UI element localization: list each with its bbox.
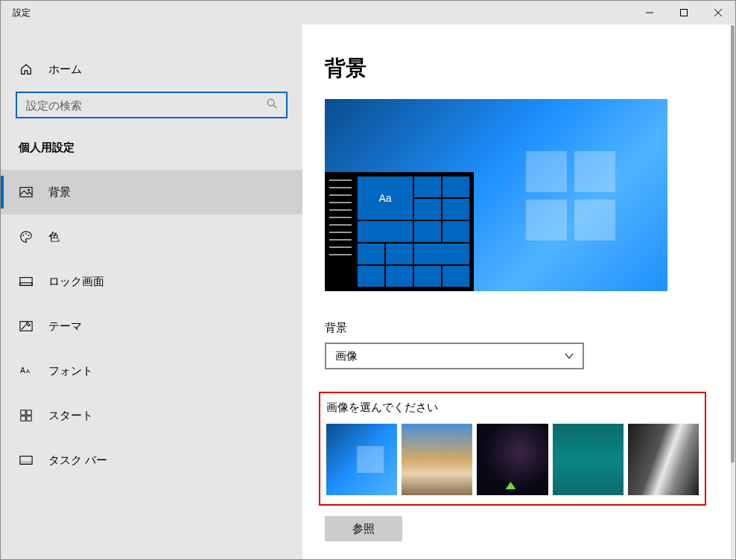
svg-rect-19 [21,416,25,421]
browse-button[interactable]: 参照 [325,516,402,541]
svg-point-10 [28,235,30,236]
close-button[interactable] [701,1,735,25]
nav-label: 背景 [48,185,71,200]
svg-rect-6 [20,188,32,197]
start-icon [19,408,34,423]
picture-thumb-3[interactable] [477,424,548,495]
svg-rect-17 [21,410,25,415]
scrollbar[interactable] [731,25,735,559]
scrollbar-thumb[interactable] [731,25,735,462]
nav-label: テーマ [48,319,82,334]
window-controls [632,1,735,25]
nav-item-colors[interactable]: 色 [1,214,302,259]
nav-label: スタート [48,409,93,423]
nav-item-fonts[interactable]: AA フォント [1,349,302,393]
svg-rect-18 [27,410,31,415]
close-icon [714,9,722,16]
nav-label: フォント [48,364,93,378]
home-icon [19,62,34,77]
background-type-dropdown[interactable]: 画像 [325,343,584,369]
picture-thumb-4[interactable] [553,424,624,495]
svg-rect-1 [681,10,688,16]
svg-point-8 [23,235,25,236]
home-label: ホーム [48,63,82,77]
font-icon: AA [19,363,34,378]
picture-thumbnails [326,424,699,495]
search-icon [267,98,286,112]
svg-point-9 [25,233,27,235]
choose-picture-label: 画像を選んでください [326,401,699,415]
search-box[interactable] [16,92,288,118]
nav-label: ロック画面 [48,275,104,289]
palette-icon [19,229,34,244]
nav-item-lockscreen[interactable]: ロック画面 [1,259,302,304]
chevron-down-icon [565,351,574,360]
svg-rect-22 [20,462,32,465]
main-panel: 背景 Aa [302,25,735,559]
nav-item-background[interactable]: 背景 [1,170,302,214]
svg-rect-20 [27,416,31,421]
picture-thumb-2[interactable] [402,424,472,495]
background-type-label: 背景 [325,321,713,335]
choose-picture-section: 画像を選んでください [319,392,706,506]
home-link[interactable]: ホーム [1,54,302,84]
svg-line-14 [22,325,26,329]
dropdown-value: 画像 [335,349,358,363]
nav-item-themes[interactable]: テーマ [1,304,302,349]
page-title: 背景 [325,54,713,83]
minimize-icon [646,9,653,16]
svg-line-5 [273,105,276,108]
nav-item-taskbar[interactable]: タスク バー [1,438,302,483]
nav-item-start[interactable]: スタート [1,393,302,438]
picture-thumb-5[interactable] [628,424,699,495]
svg-point-7 [28,189,30,191]
picture-thumb-1[interactable] [326,424,397,495]
taskbar-icon [19,453,34,468]
window-title: 設定 [1,7,31,19]
preview-start-menu: Aa [325,172,474,291]
preview-tile-sample: Aa [358,176,413,220]
category-title: 個人用設定 [1,132,302,170]
background-preview: Aa [325,99,667,291]
titlebar: 設定 [1,1,735,25]
nav-label: 色 [48,230,60,244]
svg-text:A: A [26,368,30,375]
lock-screen-icon [19,274,34,289]
svg-rect-11 [20,278,32,286]
maximize-icon [680,9,688,16]
nav-list: 背景 色 ロック画面 [1,170,302,483]
svg-rect-12 [20,283,32,286]
maximize-button[interactable] [667,1,701,25]
theme-icon [19,319,34,334]
picture-icon [19,185,34,200]
sidebar: ホーム 個人用設定 背景 [1,25,302,559]
svg-text:A: A [20,366,25,375]
search-input[interactable] [17,99,267,112]
svg-point-4 [267,99,274,106]
nav-label: タスク バー [48,454,107,468]
windows-logo-icon [526,151,615,241]
minimize-button[interactable] [632,1,667,25]
